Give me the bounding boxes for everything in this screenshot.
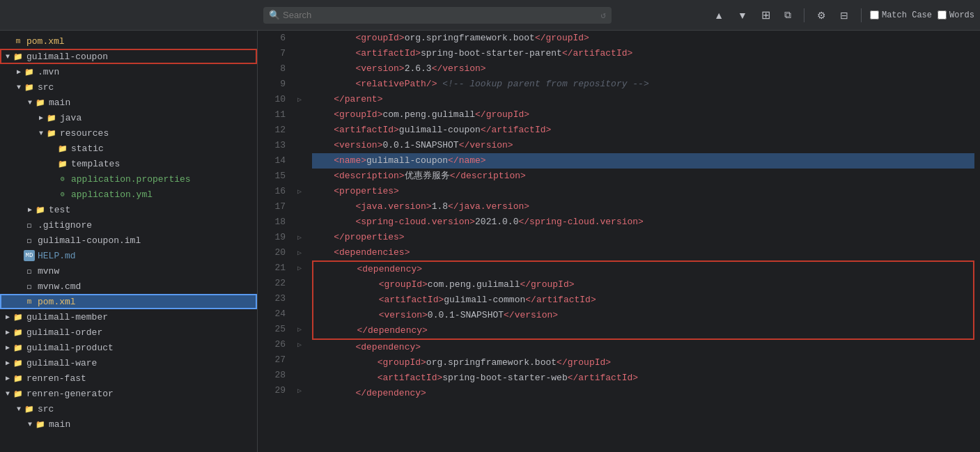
yml-icon: ⚙ xyxy=(57,189,68,200)
tree-item-gulimall-member[interactable]: 📁 gulimall-member xyxy=(0,309,257,325)
tree-item-main[interactable]: 📁 main xyxy=(0,95,257,110)
toolbar: 🔍 ↺ ▲ ▼ ⊞ ⧉ ⚙ ⊟ Match Case Words xyxy=(0,0,980,31)
toolbar-divider-1 xyxy=(804,8,804,22)
static-label: static xyxy=(71,143,104,154)
tree-item-gitignore[interactable]: ◻ .gitignore xyxy=(0,217,257,233)
words-label: Words xyxy=(949,10,974,20)
help-md-label: HELP.md xyxy=(38,251,76,261)
tree-item-gulimall-product[interactable]: 📁 gulimall-product xyxy=(0,340,257,355)
md-icon: MD xyxy=(24,250,35,261)
code-line-29: </dependency> xyxy=(312,386,974,401)
tree-item-mvnw-cmd[interactable]: ◻ mvnw.cmd xyxy=(0,279,257,294)
tree-item-gulimall-ware[interactable]: 📁 gulimall-ware xyxy=(0,355,257,371)
red-border-box: <dependency> <groupId>com.peng.gulimall<… xyxy=(312,260,974,340)
tree-item-renren-fast[interactable]: 📁 renren-fast xyxy=(0,371,257,386)
settings-button[interactable]: ⚙ xyxy=(813,7,830,24)
code-line-11: <groupId>com.peng.gulimall</groupId> xyxy=(312,107,974,123)
folder-icon-static: 📁 xyxy=(57,143,68,154)
code-line-21: <dependency> xyxy=(313,262,973,277)
search-bar[interactable]: 🔍 ↺ xyxy=(263,7,612,24)
tree-item-iml[interactable]: ◻ gulimall-coupon.iml xyxy=(0,233,257,248)
src-label: src xyxy=(38,82,54,93)
code-line-12: <artifactId>gulimall-coupon</artifactId> xyxy=(312,123,974,138)
tree-item-gulimall-order[interactable]: 📁 gulimall-order xyxy=(0,325,257,340)
code-line-8: <version>2.6.3</version> xyxy=(312,61,974,77)
gulimall-member-label: gulimall-member xyxy=(26,312,108,322)
gulimall-ware-label: gulimall-ware xyxy=(26,358,97,368)
expand-button[interactable]: ⊞ xyxy=(757,6,775,24)
code-line-24: <version>0.0.1-SNAPSHOT</version> xyxy=(313,308,973,323)
renren-fast-label: renren-fast xyxy=(26,373,86,384)
tree-item-rg-src[interactable]: 📁 src xyxy=(0,401,257,416)
editor: 6 7 8 9 10 11 12 13 14 15 16 17 18 19 20… xyxy=(258,31,980,452)
folder-icon-renren-fast: 📁 xyxy=(13,373,24,384)
rg-src-label: src xyxy=(38,404,54,414)
nav-up-button[interactable]: ▲ xyxy=(710,7,728,24)
words-option[interactable]: Words xyxy=(938,10,974,20)
match-case-option[interactable]: Match Case xyxy=(870,10,932,20)
tree-item-src[interactable]: 📁 src xyxy=(0,79,257,95)
arrow-renren-fast xyxy=(3,374,13,382)
match-case-checkbox[interactable] xyxy=(870,10,879,20)
mvnw-cmd-label: mvnw.cmd xyxy=(38,281,81,292)
code-line-19: </properties> xyxy=(312,230,974,245)
line-numbers: 6 7 8 9 10 11 12 13 14 15 16 17 18 19 20… xyxy=(258,31,293,452)
code-content[interactable]: <groupId>org.springframework.boot</group… xyxy=(306,31,980,452)
tree-item-test[interactable]: 📁 test xyxy=(0,202,257,217)
folder-icon-order: 📁 xyxy=(13,327,24,338)
arrow-java xyxy=(36,114,46,122)
tree-item-resources[interactable]: 📁 resources xyxy=(0,125,257,141)
code-line-10: </parent> xyxy=(312,92,974,107)
tree-item-application-yml[interactable]: ⚙ application.yml xyxy=(0,187,257,202)
code-line-7: <artifactId>spring-boot-starter-parent</… xyxy=(312,46,974,61)
code-line-17: <java.version>1.8</java.version> xyxy=(312,199,974,215)
folder-icon-product: 📁 xyxy=(13,342,24,353)
arrow-rg-src xyxy=(14,405,24,413)
gutter: ▷ ▷ ▷ ▷ ▷ ▷ ▷ ▷ xyxy=(293,31,306,452)
folder-icon-gulimall-coupon: 📁 xyxy=(13,51,24,62)
mvn-label: .mvn xyxy=(38,67,59,77)
tree-item-templates[interactable]: 📁 templates xyxy=(0,156,257,171)
code-line-25: </dependency> xyxy=(313,323,973,338)
folder-icon-mvn: 📁 xyxy=(24,66,35,77)
words-checkbox[interactable] xyxy=(938,10,947,20)
tree-item-application-properties[interactable]: ⚙ application.properties xyxy=(0,171,257,187)
iml-icon: ◻ xyxy=(24,235,35,246)
toolbar-divider-2 xyxy=(861,8,862,22)
tree-item-gulimall-coupon[interactable]: 📁 gulimall-coupon xyxy=(0,49,257,64)
pom-xml-label: pom.xml xyxy=(38,297,76,307)
tree-item-mvn[interactable]: 📁 .mvn xyxy=(0,64,257,79)
search-input[interactable] xyxy=(283,10,582,20)
folder-icon-main: 📁 xyxy=(35,97,46,108)
test-label: test xyxy=(49,205,70,215)
tree-item-rg-main[interactable]: 📁 main xyxy=(0,416,257,432)
tree-item-static[interactable]: 📁 static xyxy=(0,141,257,156)
filter-button[interactable]: ⊟ xyxy=(836,7,853,24)
nav-down-button[interactable]: ▼ xyxy=(733,7,752,24)
code-area: 6 7 8 9 10 11 12 13 14 15 16 17 18 19 20… xyxy=(258,31,980,452)
search-icon: 🔍 xyxy=(269,10,280,21)
tree-item-mvnw[interactable]: ◻ mvnw xyxy=(0,263,257,279)
arrow-product xyxy=(3,343,13,352)
mvnw-label: mvnw xyxy=(38,266,59,276)
split-button[interactable]: ⧉ xyxy=(780,6,795,24)
arrow-mvn xyxy=(14,68,24,76)
tree-item-help-md[interactable]: MD HELP.md xyxy=(0,248,257,263)
application-properties-label: application.properties xyxy=(71,174,191,185)
folder-icon-java: 📁 xyxy=(46,112,57,123)
code-line-28: <artifactId>spring-boot-starter-web</art… xyxy=(312,371,974,386)
main-area: m pom.xml 📁 gulimall-coupon 📁 .mvn 📁 src… xyxy=(0,31,980,452)
folder-icon-templates: 📁 xyxy=(57,158,68,169)
tree-item-renren-generator[interactable]: 📁 renren-generator xyxy=(0,386,257,401)
folder-icon-resources: 📁 xyxy=(46,127,57,139)
tree-item-pom-xml[interactable]: m pom.xml xyxy=(0,294,257,309)
gulimall-coupon-label: gulimall-coupon xyxy=(26,52,108,62)
match-case-label: Match Case xyxy=(882,10,932,20)
tree-item-java[interactable]: 📁 java xyxy=(0,110,257,125)
code-line-20: <dependencies> xyxy=(312,245,974,260)
tree-item-pom-xml-top[interactable]: m pom.xml xyxy=(0,33,257,49)
folder-icon-rg-src: 📁 xyxy=(24,403,35,414)
rg-main-label: main xyxy=(49,419,70,430)
resources-label: resources xyxy=(60,128,109,139)
file-tree: m pom.xml 📁 gulimall-coupon 📁 .mvn 📁 src… xyxy=(0,31,258,452)
